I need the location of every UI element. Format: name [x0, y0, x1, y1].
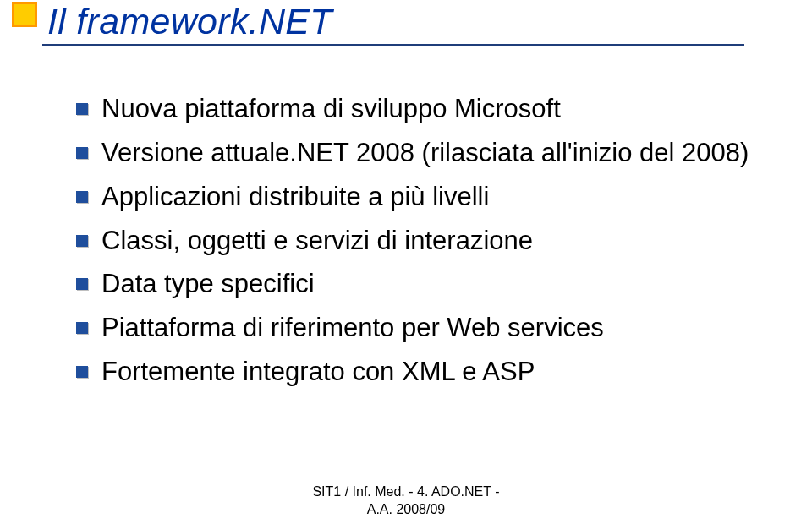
slide-title: Il framework.NET	[47, 2, 332, 41]
bullet-list: Nuova piattaforma di sviluppo Microsoft …	[76, 91, 778, 398]
bullet-icon	[76, 366, 88, 378]
list-item: Applicazioni distribuite a più livelli	[76, 179, 778, 215]
bullet-icon	[76, 322, 88, 334]
bullet-icon	[76, 191, 88, 203]
list-item-text: Data type specifici	[102, 266, 315, 302]
list-item: Classi, oggetti e servizi di interazione	[76, 223, 778, 259]
list-item-text: Fortemente integrato con XML e ASP	[102, 354, 535, 390]
list-item: Data type specifici	[76, 266, 778, 302]
list-item: Nuova piattaforma di sviluppo Microsoft	[76, 91, 778, 127]
accent-square-icon	[12, 2, 37, 27]
list-item-text: Classi, oggetti e servizi di interazione	[102, 223, 533, 259]
bullet-icon	[76, 103, 88, 115]
bullet-icon	[76, 278, 88, 290]
list-item-text: Applicazioni distribuite a più livelli	[102, 179, 489, 215]
list-item: Versione attuale.NET 2008 (rilasciata al…	[76, 135, 778, 171]
bullet-icon	[76, 147, 88, 159]
title-underline	[42, 44, 744, 46]
list-item-text: Versione attuale.NET 2008 (rilasciata al…	[102, 135, 749, 171]
bullet-icon	[76, 235, 88, 247]
footer-line-2: A.A. 2008/09	[0, 501, 812, 519]
list-item: Piattaforma di riferimento per Web servi…	[76, 310, 778, 346]
footer-line-1: SIT1 / Inf. Med. - 4. ADO.NET -	[0, 483, 812, 501]
list-item: Fortemente integrato con XML e ASP	[76, 354, 778, 390]
slide-footer: SIT1 / Inf. Med. - 4. ADO.NET - A.A. 200…	[0, 483, 812, 519]
list-item-text: Nuova piattaforma di sviluppo Microsoft	[102, 91, 561, 127]
list-item-text: Piattaforma di riferimento per Web servi…	[102, 310, 604, 346]
